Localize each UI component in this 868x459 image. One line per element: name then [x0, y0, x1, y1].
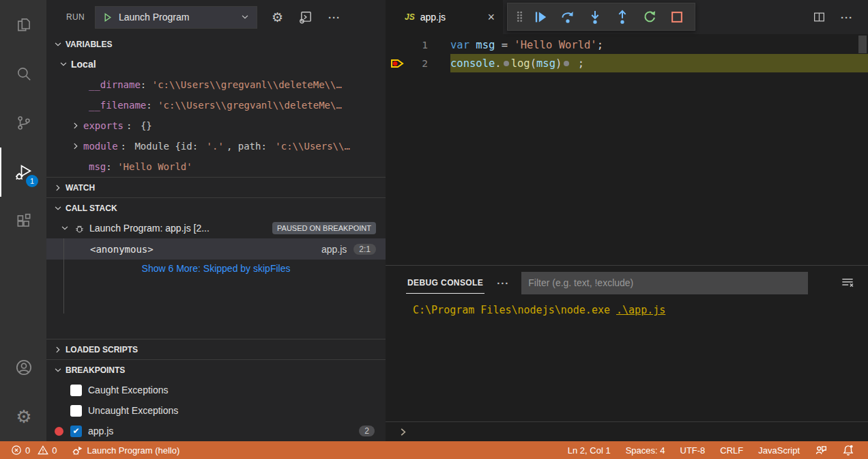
scope-local-row[interactable]: Local	[46, 54, 386, 74]
watch-header-label: WATCH	[66, 183, 95, 193]
variable-row-filename[interactable]: __filename: 'c:\\Users\\gregvanl\\delete…	[46, 95, 386, 115]
search-icon	[15, 65, 33, 83]
indentation-status[interactable]: Spaces: 4	[622, 445, 669, 456]
tab-debug-console[interactable]: DEBUG CONSOLE	[406, 272, 484, 294]
session-label: Launch Program: app.js [2...	[89, 223, 268, 234]
checkbox-checked[interactable]: ✔	[70, 426, 82, 437]
checkbox-unchecked[interactable]	[70, 385, 82, 396]
line-number: 2	[406, 58, 428, 69]
variable-row-dirname[interactable]: __dirname: 'c:\\Users\\gregvanl\\deleteM…	[46, 74, 386, 95]
feedback-icon[interactable]	[811, 444, 831, 456]
source-control-tab[interactable]	[0, 98, 46, 148]
code-editor[interactable]: 1 var msg = 'Hello World'; 2	[386, 34, 868, 265]
sidebar-title: RUN	[66, 12, 85, 22]
debug-console-icon[interactable]	[299, 10, 313, 24]
watch-section-header[interactable]: WATCH	[46, 177, 386, 197]
loaded-scripts-section-header[interactable]: LOADED SCRIPTS	[46, 339, 386, 359]
extensions-icon	[15, 212, 33, 230]
console-input-row[interactable]	[386, 421, 868, 441]
call-stack-section-header[interactable]: CALL STACK	[46, 197, 386, 218]
code-line-1[interactable]: 1 var msg = 'Hello World';	[386, 36, 868, 54]
call-stack-header-label: CALL STACK	[66, 204, 117, 213]
indent-guide	[63, 238, 64, 314]
panel-header: DEBUG CONSOLE ···	[386, 266, 868, 300]
variable-row-module[interactable]: module: Module {id: '.', path: 'c:\\User…	[46, 136, 386, 156]
code-line-2-current[interactable]: 2 console.log(msg) ;	[386, 54, 868, 72]
clear-console-icon[interactable]	[841, 276, 854, 290]
breakpoints-header-label: BREAKPOINTS	[66, 365, 125, 375]
close-icon[interactable]: ×	[487, 11, 495, 23]
main-row: 1 ⚙	[0, 0, 868, 441]
inline-breakpoint-dot-icon[interactable]	[564, 61, 569, 66]
debug-target-status[interactable]: Launch Program (hello)	[68, 441, 184, 459]
debug-session-row[interactable]: Launch Program: app.js [2... PAUSED ON B…	[46, 218, 386, 238]
show-more-link[interactable]: Show 6 More: Skipped by skipFiles	[46, 260, 386, 278]
stack-frame-row-selected[interactable]: <anonymous> app.js 2:1	[46, 238, 386, 260]
eol-status[interactable]: CRLF	[716, 445, 747, 456]
error-icon	[11, 445, 22, 456]
continue-button[interactable]	[528, 5, 553, 29]
explorer-tab[interactable]	[0, 0, 46, 49]
frame-file: app.js	[321, 244, 347, 255]
variable-row-exports[interactable]: exports: {}	[46, 115, 386, 136]
problems-status[interactable]: 0 0	[7, 441, 61, 459]
debug-alt-icon	[72, 445, 83, 456]
encoding-status[interactable]: UTF-8	[676, 445, 710, 456]
account-icon	[14, 358, 33, 377]
notifications-bell-icon[interactable]	[838, 444, 858, 456]
sidebar-empty-space	[46, 278, 386, 339]
language-mode-status[interactable]: JavaScript	[754, 445, 804, 456]
search-tab[interactable]	[0, 49, 46, 98]
stop-button[interactable]	[665, 5, 689, 29]
chevron-right-icon	[53, 183, 63, 193]
debug-toolbar	[507, 3, 695, 31]
breakpoint-row-appjs[interactable]: ✔ app.js 2	[46, 421, 386, 441]
frame-name: <anonymous>	[90, 244, 154, 255]
configure-gear-icon[interactable]: ⚙	[272, 11, 283, 24]
console-filter-input[interactable]	[521, 272, 808, 294]
debug-console-panel: DEBUG CONSOLE ··· C:\Program Files\nodej…	[386, 265, 868, 441]
console-file-link[interactable]: .\app.js	[616, 304, 665, 316]
more-actions-icon[interactable]: ···	[497, 277, 509, 289]
editor-scrollbar[interactable]	[858, 36, 867, 53]
accounts-button[interactable]	[0, 343, 46, 392]
breakpoint-row-caught[interactable]: Caught Exceptions	[46, 380, 386, 400]
run-debug-sidebar: RUN Launch Program ⚙	[46, 0, 386, 441]
gutter-line-1[interactable]: 1	[386, 36, 450, 54]
gutter-line-2[interactable]: 2	[386, 54, 450, 72]
step-over-button[interactable]	[555, 5, 580, 29]
variable-row-msg[interactable]: msg: 'Hello World'	[46, 156, 386, 177]
breakpoint-label: Uncaught Exceptions	[88, 405, 178, 416]
tab-appjs[interactable]: JS app.js ×	[386, 0, 503, 34]
frame-position-badge: 2:1	[353, 244, 376, 255]
tab-label: app.js	[420, 12, 482, 23]
editor-actions: ···	[813, 0, 868, 34]
variables-section-header[interactable]: VARIABLES	[46, 34, 386, 54]
checkbox-unchecked[interactable]	[70, 405, 82, 417]
breakpoints-section-header[interactable]: BREAKPOINTS	[46, 359, 386, 380]
run-and-debug-tab[interactable]: 1	[0, 148, 46, 197]
chevron-down-icon	[60, 223, 70, 233]
loaded-scripts-header-label: LOADED SCRIPTS	[66, 345, 138, 354]
chevron-down-icon	[53, 204, 63, 213]
variables-header-label: VARIABLES	[66, 40, 112, 49]
launch-config-dropdown[interactable]: Launch Program	[95, 6, 257, 29]
git-branch-icon	[15, 114, 33, 132]
extensions-tab[interactable]	[0, 197, 46, 246]
error-count: 0	[25, 445, 30, 456]
console-command-text: C:\Program Files\nodejs\node.exe	[413, 304, 616, 316]
restart-button[interactable]	[637, 5, 662, 29]
split-editor-icon[interactable]	[813, 11, 826, 24]
manage-button[interactable]: ⚙	[0, 392, 46, 441]
javascript-file-icon: JS	[405, 12, 415, 22]
more-actions-icon[interactable]: ···	[841, 12, 853, 23]
call-stack-body: Launch Program: app.js [2... PAUSED ON B…	[46, 218, 386, 278]
drag-handle-icon[interactable]	[513, 11, 525, 23]
step-out-button[interactable]	[610, 5, 635, 29]
step-into-button[interactable]	[583, 5, 607, 29]
cursor-position-status[interactable]: Ln 2, Col 1	[564, 445, 615, 456]
inline-breakpoint-dot-icon[interactable]	[504, 61, 509, 66]
more-actions-icon[interactable]: ···	[328, 12, 341, 23]
chevron-right-icon	[398, 427, 408, 437]
breakpoint-row-uncaught[interactable]: Uncaught Exceptions	[46, 400, 386, 421]
